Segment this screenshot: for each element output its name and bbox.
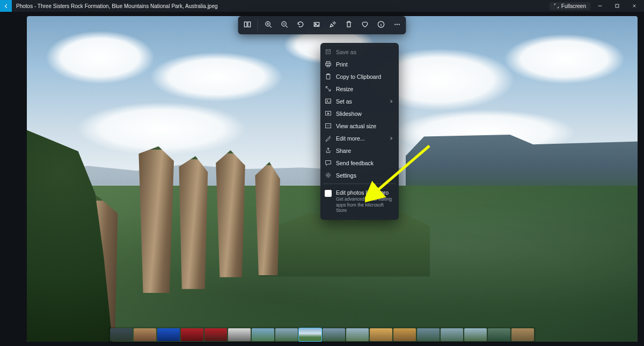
rotate-button[interactable] — [295, 18, 306, 30]
menu-item-label: Edit more... — [336, 135, 385, 142]
resize-icon — [325, 85, 332, 92]
print-icon — [325, 61, 332, 68]
promo-subtitle: Get advanced photo editing apps from the… — [336, 196, 393, 214]
editmore-icon — [325, 135, 332, 142]
slideshow-icon — [325, 110, 332, 117]
filmstrip-thumb[interactable] — [488, 328, 510, 341]
promo-title: Edit photos like a pro — [336, 189, 393, 196]
svg-rect-12 — [326, 62, 330, 63]
menu-item-view-actual-size[interactable]: View actual size — [320, 120, 399, 132]
actualsize-icon — [325, 122, 332, 129]
menu-divider — [324, 183, 396, 184]
menu-item-label: Settings — [336, 172, 393, 179]
svg-rect-15 — [326, 74, 330, 79]
photo-viewer: Save asPrintCopy to ClipboardResizeSet a… — [0, 12, 644, 346]
store-icon — [325, 190, 332, 197]
menu-item-edit-more[interactable]: Edit more... — [320, 132, 399, 144]
chevron-right-icon — [389, 135, 393, 142]
filmstrip-thumb[interactable] — [157, 328, 180, 341]
filmstrip-thumb[interactable] — [417, 328, 440, 341]
crop-button[interactable] — [311, 18, 323, 30]
menu-item-label: Set as — [336, 98, 385, 105]
close-button[interactable] — [627, 0, 642, 12]
filmstrip-thumb[interactable] — [393, 328, 416, 341]
menu-item-send-feedback[interactable]: Send feedback — [320, 157, 399, 169]
more-menu: Save asPrintCopy to ClipboardResizeSet a… — [320, 43, 399, 220]
svg-rect-0 — [616, 4, 619, 8]
menu-item-settings[interactable]: Settings — [320, 169, 399, 181]
filmstrip-thumb[interactable] — [346, 328, 369, 341]
toolbar-separator — [258, 19, 258, 31]
back-button[interactable] — [0, 0, 12, 12]
image-icon — [325, 98, 332, 105]
menu-item-label: Slideshow — [336, 111, 393, 117]
svg-rect-2 — [247, 21, 250, 26]
menu-promo-edit-pro[interactable]: Edit photos like a proGet advanced photo… — [320, 186, 399, 217]
svg-point-18 — [327, 100, 328, 101]
svg-rect-1 — [244, 21, 247, 26]
favorite-button[interactable] — [359, 18, 371, 30]
menu-item-label: Resize — [336, 86, 393, 92]
filmstrip-thumb[interactable] — [204, 328, 227, 341]
settings-icon — [325, 172, 332, 179]
more-button[interactable] — [391, 18, 403, 30]
maximize-button[interactable] — [610, 0, 625, 12]
filmstrip-thumb[interactable] — [134, 328, 156, 341]
filmstrip-thumb[interactable] — [252, 328, 274, 341]
menu-item-share[interactable]: Share — [320, 144, 399, 157]
filmstrip-thumb[interactable] — [275, 328, 298, 341]
clipboard-icon — [325, 73, 332, 80]
feedback-icon — [325, 159, 332, 166]
menu-item-label: Save as — [336, 49, 393, 55]
filmstrip-thumb[interactable] — [464, 328, 487, 341]
menu-item-resize[interactable]: Resize — [320, 83, 399, 95]
menu-item-save-as[interactable]: Save as — [320, 45, 399, 58]
filmstrip — [108, 327, 536, 343]
menu-item-print[interactable]: Print — [320, 58, 399, 70]
menu-item-label: Send feedback — [336, 160, 393, 166]
svg-rect-20 — [326, 123, 331, 128]
menu-item-label: Share — [336, 148, 393, 154]
window-title: Photos - Three Sisters Rock Formation, B… — [12, 3, 550, 9]
info-button[interactable] — [375, 18, 387, 30]
fullscreen-button[interactable]: Fullscreen — [550, 2, 590, 10]
share-icon — [325, 147, 332, 154]
save-icon — [325, 48, 332, 55]
filmstrip-thumb[interactable] — [323, 328, 345, 341]
svg-point-21 — [327, 174, 329, 176]
photo-toolbar — [238, 16, 406, 34]
menu-item-label: Print — [336, 61, 393, 68]
menu-item-label: Copy to Clipboard — [336, 73, 393, 80]
delete-button[interactable] — [343, 18, 355, 30]
svg-point-10 — [398, 24, 399, 25]
menu-item-set-as[interactable]: Set as — [320, 95, 399, 107]
menu-item-copy-to-clipboard[interactable]: Copy to Clipboard — [320, 70, 399, 83]
titlebar: Photos - Three Sisters Rock Formation, B… — [0, 0, 644, 12]
compare-button[interactable] — [241, 18, 253, 30]
filmstrip-thumb[interactable] — [511, 328, 534, 341]
filmstrip-thumb[interactable] — [370, 328, 392, 341]
svg-point-9 — [396, 24, 397, 25]
filmstrip-thumb[interactable] — [228, 328, 251, 341]
menu-item-slideshow[interactable]: Slideshow — [320, 107, 399, 120]
filmstrip-thumb[interactable] — [441, 328, 463, 341]
filmstrip-thumb[interactable] — [299, 328, 321, 341]
filmstrip-thumb[interactable] — [181, 328, 203, 341]
minimize-button[interactable] — [592, 0, 608, 12]
zoom-in-button[interactable] — [262, 18, 274, 30]
menu-item-label: View actual size — [336, 123, 393, 129]
filmstrip-thumb[interactable] — [110, 328, 133, 341]
fullscreen-label: Fullscreen — [561, 3, 586, 9]
svg-point-8 — [394, 24, 396, 25]
markup-button[interactable] — [327, 18, 339, 30]
chevron-right-icon — [389, 98, 393, 105]
zoom-out-button[interactable] — [279, 18, 290, 30]
